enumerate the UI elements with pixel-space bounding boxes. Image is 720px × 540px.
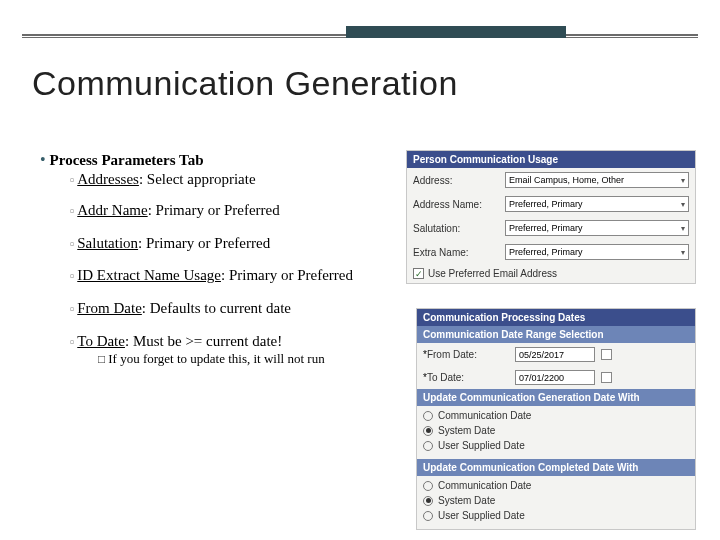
range-header: Communication Date Range Selection — [417, 326, 695, 343]
label-salutation: Salutation: — [413, 223, 499, 234]
bullet-note: If you forget to update this, it will no… — [98, 351, 400, 367]
radios-comp: Communication Date System Date User Supp… — [417, 476, 695, 529]
slide-title: Communication Generation — [32, 64, 458, 103]
calendar-icon[interactable] — [601, 349, 612, 360]
radio-comp-comm[interactable]: Communication Date — [423, 478, 689, 493]
bullet-to-date: To Date: Must be >= current date! If you… — [70, 332, 400, 367]
bullet-addresses: Addresses: Select appropriate — [70, 170, 400, 189]
calendar-icon[interactable] — [601, 372, 612, 383]
chevron-down-icon: ▾ — [681, 248, 685, 257]
chevron-down-icon: ▾ — [681, 176, 685, 185]
row-address: Address: Email Campus, Home, Other▾ — [407, 168, 695, 192]
radio-gen-user[interactable]: User Supplied Date — [423, 438, 689, 453]
radio-icon — [423, 441, 433, 451]
row-salutation: Salutation: Preferred, Primary▾ — [407, 216, 695, 240]
panel-dates: Communication Processing Dates Communica… — [416, 308, 696, 530]
radios-gen: Communication Date System Date User Supp… — [417, 406, 695, 459]
radio-comp-user[interactable]: User Supplied Date — [423, 508, 689, 523]
update-gen-header: Update Communication Generation Date Wit… — [417, 389, 695, 406]
label-extra-name: Extra Name: — [413, 247, 499, 258]
bullet-addr-name: Addr Name: Primary or Preferred — [70, 201, 400, 220]
row-address-name: Address Name: Preferred, Primary▾ — [407, 192, 695, 216]
bullet-from-date: From Date: Defaults to current date — [70, 299, 400, 318]
panel-usage: Person Communication Usage Address: Emai… — [406, 150, 696, 284]
checkbox-label: Use Preferred Email Address — [428, 268, 557, 279]
row-from-date: From Date: 05/25/2017 — [417, 343, 695, 366]
bullet-main: Process Parameters Tab Addresses: Select… — [40, 150, 400, 367]
row-to-date: To Date: 07/01/2200 — [417, 366, 695, 389]
input-to-date[interactable]: 07/01/2200 — [515, 370, 595, 385]
label-address: Address: — [413, 175, 499, 186]
radio-icon — [423, 411, 433, 421]
bullet-content: Process Parameters Tab Addresses: Select… — [40, 150, 400, 369]
label-to-date: To Date: — [423, 372, 509, 383]
select-salutation[interactable]: Preferred, Primary▾ — [505, 220, 689, 236]
select-address-name[interactable]: Preferred, Primary▾ — [505, 196, 689, 212]
radio-icon — [423, 496, 433, 506]
panel-usage-header: Person Communication Usage — [407, 151, 695, 168]
row-extra-name: Extra Name: Preferred, Primary▾ — [407, 240, 695, 264]
radio-comp-sys[interactable]: System Date — [423, 493, 689, 508]
radio-gen-sys[interactable]: System Date — [423, 423, 689, 438]
bullet-id-extract: ID Extract Name Usage: Primary or Prefer… — [70, 266, 400, 285]
select-address[interactable]: Email Campus, Home, Other▾ — [505, 172, 689, 188]
label-from-date: From Date: — [423, 349, 509, 360]
checkbox-icon: ✓ — [413, 268, 424, 279]
checkbox-preferred-email[interactable]: ✓ Use Preferred Email Address — [407, 264, 695, 283]
radio-icon — [423, 481, 433, 491]
top-accent-bar — [346, 26, 566, 38]
select-extra-name[interactable]: Preferred, Primary▾ — [505, 244, 689, 260]
bullet-salutation: Salutation: Primary or Preferred — [70, 234, 400, 253]
update-comp-header: Update Communication Completed Date With — [417, 459, 695, 476]
chevron-down-icon: ▾ — [681, 200, 685, 209]
chevron-down-icon: ▾ — [681, 224, 685, 233]
radio-icon — [423, 511, 433, 521]
radio-gen-comm[interactable]: Communication Date — [423, 408, 689, 423]
panel-dates-header: Communication Processing Dates — [417, 309, 695, 326]
bullet-main-text: Process Parameters Tab — [50, 152, 204, 168]
input-from-date[interactable]: 05/25/2017 — [515, 347, 595, 362]
radio-icon — [423, 426, 433, 436]
label-address-name: Address Name: — [413, 199, 499, 210]
